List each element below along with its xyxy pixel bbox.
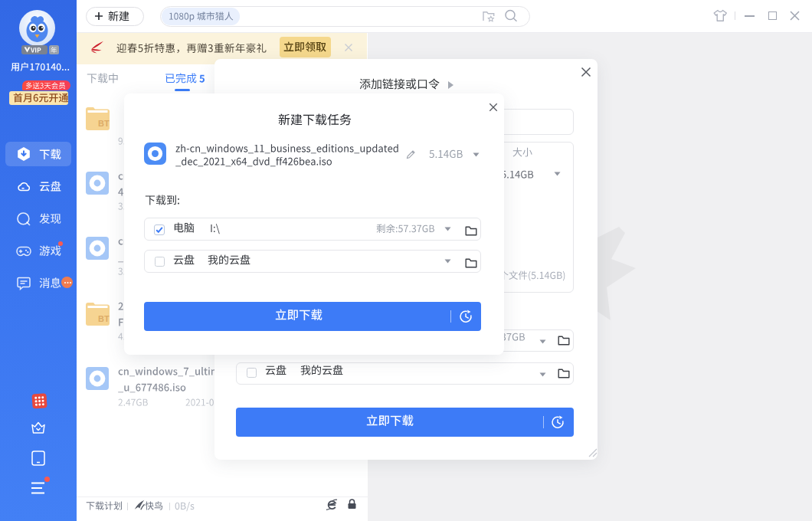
svg-text:BT: BT [98,119,110,128]
svg-text:BT: BT [98,314,110,323]
